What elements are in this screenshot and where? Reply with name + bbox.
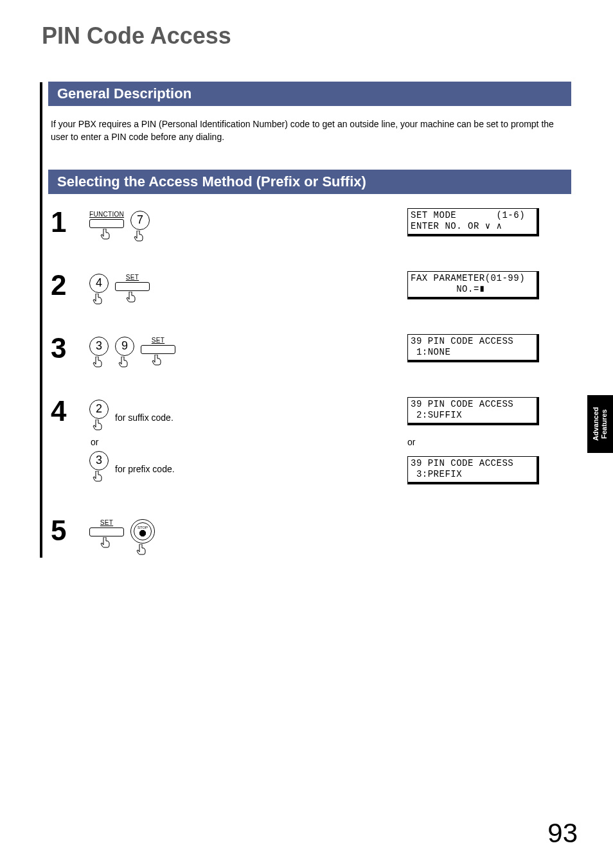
lcd-display: FAX PARAMETER(01-99) NO.=∎ <box>407 271 539 299</box>
step-5-keys: SET STOP <box>89 514 407 558</box>
prefix-text: for prefix code. <box>115 451 175 474</box>
press-hand-icon <box>92 471 106 484</box>
step-3-keys: 3 9 SET <box>89 332 407 370</box>
press-hand-icon <box>100 537 114 551</box>
or-text-right: or <box>407 437 571 447</box>
digit-7-key: 7 <box>130 211 150 244</box>
stop-key-label: STOP <box>138 526 148 529</box>
set-key: SET <box>115 274 150 305</box>
press-hand-icon <box>133 231 147 244</box>
set-key-label: SET <box>126 274 139 281</box>
press-hand-icon <box>151 355 165 368</box>
stop-key: STOP <box>130 519 155 558</box>
lcd-display: SET MODE (1-6) ENTER NO. OR ∨ ∧ <box>407 208 539 236</box>
digit-2-key: 2 <box>89 400 109 433</box>
press-hand-icon <box>92 294 106 307</box>
step-1-keys: FUNCTION 7 <box>89 206 407 244</box>
function-key-label: FUNCTION <box>89 211 124 218</box>
function-key: FUNCTION <box>89 211 124 242</box>
set-key-label: SET <box>100 519 113 527</box>
step-2-number: 2 <box>51 271 89 299</box>
set-key: SET <box>141 337 175 368</box>
section-general-description: General Description <box>48 82 571 106</box>
lcd-display: 39 PIN CODE ACCESS 1:NONE <box>407 334 539 362</box>
suffix-text: for suffix code. <box>115 400 173 423</box>
set-key-label: SET <box>152 337 164 344</box>
step-3: 3 3 9 SET <box>51 332 571 376</box>
press-hand-icon <box>125 292 139 305</box>
step-4-number: 4 <box>51 397 89 425</box>
press-hand-icon <box>92 420 106 433</box>
step-2-keys: 4 SET <box>89 269 407 307</box>
step-1: 1 FUNCTION 7 <box>51 206 571 251</box>
step-5-display <box>407 514 571 517</box>
side-tab: Advanced Features <box>587 395 613 453</box>
lcd-display: 39 PIN CODE ACCESS 2:SUFFIX <box>407 397 539 425</box>
step-4: 4 2 for suffix code. or 3 <box>51 394 571 496</box>
press-hand-icon <box>92 357 106 370</box>
step-5-number: 5 <box>51 517 89 545</box>
lcd-display: 39 PIN CODE ACCESS 3:PREFIX <box>407 456 539 484</box>
left-stripe <box>40 82 42 558</box>
page-title: PIN Code Access <box>42 22 571 49</box>
digit-3-key: 3 <box>89 337 109 370</box>
step-2-display: FAX PARAMETER(01-99) NO.=∎ <box>407 269 571 311</box>
steps-container: 1 FUNCTION 7 <box>51 206 571 559</box>
general-description-body: If your PBX requires a PIN (Personal Ide… <box>51 118 565 144</box>
page: PIN Code Access General Description If y… <box>0 0 613 559</box>
digit-3-key: 3 <box>89 451 109 484</box>
step-3-display: 39 PIN CODE ACCESS 1:NONE <box>407 332 571 374</box>
step-4-display: 39 PIN CODE ACCESS 2:SUFFIX or 39 PIN CO… <box>407 394 571 496</box>
step-1-display: SET MODE (1-6) ENTER NO. OR ∨ ∧ <box>407 206 571 248</box>
step-2: 2 4 SET <box>51 269 571 314</box>
press-hand-icon <box>118 357 132 370</box>
step-1-number: 1 <box>51 208 89 236</box>
section-selecting-access: Selecting the Access Method (Prefix or S… <box>48 170 571 194</box>
or-text-left: or <box>89 437 407 447</box>
set-key: SET <box>89 519 124 551</box>
step-5: 5 SET STOP <box>51 514 571 559</box>
page-number: 93 <box>547 818 578 849</box>
step-3-number: 3 <box>51 334 89 362</box>
press-hand-icon <box>136 544 150 558</box>
stop-octagon-icon <box>139 530 146 536</box>
press-hand-icon <box>100 229 114 242</box>
step-4-keys: 2 for suffix code. or 3 for <box>89 394 407 484</box>
digit-9-key: 9 <box>115 337 134 370</box>
digit-4-key: 4 <box>89 274 109 307</box>
